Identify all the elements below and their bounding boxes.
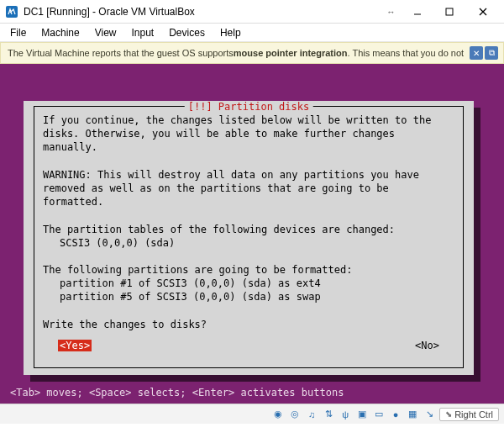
dialog-body-line2: WARNING: This will destroy all data on a… — [43, 169, 425, 208]
dialog-body-line3: The partition tables of the following de… — [43, 224, 395, 235]
menubar: File Machine View Input Devices Help — [0, 24, 504, 42]
mouse-integration-icon[interactable]: ↘ — [423, 408, 436, 421]
menu-devices[interactable]: Devices — [162, 25, 212, 40]
dialog-prompt: Write the changes to disks? — [43, 319, 207, 330]
menu-help[interactable]: Help — [213, 25, 248, 40]
virtualbox-icon — [5, 5, 18, 18]
notification-actions: ✕ ⧉ — [470, 46, 498, 60]
menu-file[interactable]: File — [3, 25, 33, 40]
notification-dismiss-icon[interactable]: ✕ — [470, 46, 483, 60]
dialog-body: If you continue, the changes listed belo… — [43, 113, 454, 331]
dialog-border: [!!] Partition disks If you continue, th… — [34, 106, 464, 368]
titlebar-left: DC1 [Running] - Oracle VM VirtualBox — [5, 5, 195, 18]
svg-rect-0 — [6, 6, 18, 18]
dialog-title: [!!] Partition disks — [185, 101, 313, 113]
host-key-indicator[interactable]: ⬊ Right Ctrl — [439, 408, 499, 421]
shared-folders-icon[interactable]: ▣ — [355, 408, 369, 421]
window-title: DC1 [Running] - Oracle VM VirtualBox — [24, 6, 195, 18]
network-icon[interactable]: ⇅ — [322, 408, 335, 421]
host-key-label: Right Ctrl — [454, 409, 493, 420]
window-titlebar: DC1 [Running] - Oracle VM VirtualBox ↔ — [0, 0, 504, 24]
cpu-icon[interactable]: ▦ — [406, 408, 419, 421]
no-button[interactable]: <No> — [415, 340, 439, 351]
recording-icon[interactable]: ● — [389, 408, 402, 421]
maximize-button[interactable] — [435, 3, 464, 21]
vm-display[interactable]: [!!] Partition disks If you continue, th… — [0, 64, 504, 404]
partition-dialog: [!!] Partition disks If you continue, th… — [24, 101, 474, 375]
dialog-body-line4: The following partitions are going to be… — [43, 264, 352, 276]
svg-rect-2 — [446, 8, 453, 15]
keyboard-hint: <Tab> moves; <Space> selects; <Enter> ac… — [10, 387, 344, 398]
notification-text-prefix: The Virtual Machine reports that the gue… — [8, 48, 234, 58]
usb-icon[interactable]: ψ — [339, 408, 352, 421]
menu-input[interactable]: Input — [125, 25, 161, 40]
optical-drive-icon[interactable]: ◎ — [288, 408, 302, 421]
notification-text-suffix: . This means that you do not — [348, 48, 465, 58]
resize-handle-icon: ↔ — [386, 7, 400, 17]
device-entry: SCSI3 (0,0,0) (sda) — [43, 236, 454, 250]
host-key-arrow-icon: ⬊ — [445, 409, 452, 419]
notification-text-bold: mouse pointer integration — [234, 48, 348, 58]
yes-button[interactable]: <Yes> — [58, 340, 92, 351]
statusbar: ◉ ◎ ♫ ⇅ ψ ▣ ▭ ● ▦ ↘ ⬊ Right Ctrl — [0, 404, 504, 424]
menu-view[interactable]: View — [88, 25, 123, 40]
hard-disk-icon[interactable]: ◉ — [271, 408, 285, 421]
menu-machine[interactable]: Machine — [34, 25, 86, 40]
status-icons: ◉ ◎ ♫ ⇅ ψ ▣ ▭ ● ▦ ↘ — [271, 408, 436, 421]
partition-entry-2: partition #5 of SCSI3 (0,0,0) (sda) as s… — [43, 290, 454, 303]
partition-entry-1: partition #1 of SCSI3 (0,0,0) (sda) as e… — [43, 277, 454, 290]
dialog-choices: <Yes> <No> — [43, 340, 454, 351]
dialog-body-line1: If you continue, the changes listed belo… — [43, 114, 438, 153]
close-button[interactable] — [467, 3, 499, 21]
audio-icon[interactable]: ♫ — [305, 408, 318, 421]
notification-suppress-icon[interactable]: ⧉ — [485, 46, 498, 60]
notification-bar: The Virtual Machine reports that the gue… — [0, 42, 504, 64]
titlebar-right: ↔ — [386, 3, 499, 21]
display-icon[interactable]: ▭ — [372, 408, 386, 421]
minimize-button[interactable] — [403, 3, 432, 21]
